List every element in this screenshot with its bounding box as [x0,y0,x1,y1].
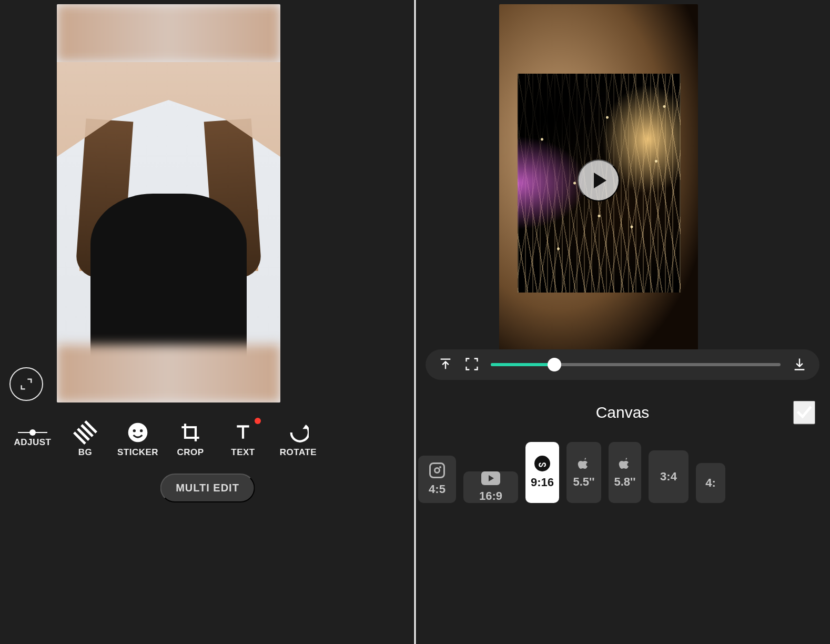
tool-adjust[interactable]: ADJUST [6,415,59,465]
tool-crop[interactable]: CROP [164,415,217,465]
right-editor-pane: Canvas 4:5 16:9 ᔕ 9:16 5.5'' [415,0,830,644]
canvas-blur-fill-top [57,4,280,62]
tool-sticker[interactable]: STICKER [112,415,164,465]
apple-icon [619,456,631,471]
fit-to-frame-button[interactable] [464,357,479,373]
ratio-label: 5.5'' [573,475,594,489]
svg-point-0 [128,422,148,442]
apple-icon [578,456,590,471]
multi-edit-button[interactable]: MULTI EDIT [160,474,255,502]
ratio-option-4-5[interactable]: 4:5 [418,456,456,503]
ratio-option-3-4[interactable]: 3:4 [649,450,689,503]
ratio-option-5-5-inch[interactable]: 5.5'' [566,442,601,503]
pane-divider [414,0,416,644]
instagram-icon [429,462,445,478]
left-editor-pane: ER ADJUST BG STICKER CROP TEXT [0,0,415,644]
sticker-smiley-icon [127,422,148,443]
ratio-option-9-16[interactable]: ᔕ 9:16 [525,442,559,503]
play-icon [594,173,606,188]
ratio-label: 9:16 [531,476,554,489]
rotate-icon [288,422,309,443]
play-button[interactable] [578,159,620,202]
tool-label: CROP [177,447,204,458]
tool-label: BG [78,447,93,458]
ratio-label: 4:5 [429,482,446,496]
youtube-icon [481,471,500,485]
tiktok-icon: ᔕ [534,456,550,471]
ratio-option-4-3[interactable]: 4: [696,463,725,503]
svg-point-2 [140,429,143,432]
tool-filter[interactable]: ER [0,415,6,465]
canvas-blur-fill-bottom [57,345,280,402]
zoom-slider-fill [491,363,554,366]
text-icon [232,422,254,443]
zoom-in-button[interactable] [792,357,807,373]
svg-point-1 [133,429,136,432]
tool-label: ROTATE [280,447,317,458]
tool-rotate[interactable]: ROTATE [269,415,327,465]
tool-label: STICKER [117,447,158,458]
checkmark-icon [794,402,814,422]
ratio-label: 4: [705,476,716,490]
section-header: Canvas [415,397,830,428]
ratio-option-16-9[interactable]: 16:9 [463,471,518,503]
expand-fullscreen-button[interactable] [9,367,43,401]
section-title: Canvas [596,404,650,421]
ratio-label: 16:9 [479,489,502,503]
ratio-option-5-8-inch[interactable]: 5.8'' [609,442,641,503]
arrow-expand-down-icon [792,357,807,371]
expand-icon [19,377,34,391]
fit-frame-icon [464,357,479,371]
canvas-ratio-row[interactable]: 4:5 16:9 ᔕ 9:16 5.5'' 5.8'' 3:4 4 [415,436,830,503]
ratio-label: 3:4 [660,470,677,484]
zoom-slider[interactable] [491,363,781,366]
tool-label: ADJUST [14,437,51,448]
arrow-collapse-up-icon [438,357,453,371]
tool-label: TEXT [231,447,255,458]
adjust-icon [18,432,47,433]
photo-canvas[interactable] [57,4,280,402]
editor-tool-row: ER ADJUST BG STICKER CROP TEXT [0,415,415,465]
ratio-label: 5.8'' [614,475,635,489]
crop-icon [180,422,201,443]
zoom-control-bar [426,349,819,380]
video-canvas[interactable] [499,4,698,357]
background-icon [70,417,100,447]
zoom-slider-thumb[interactable] [548,358,561,371]
new-feature-badge [255,418,261,424]
confirm-button[interactable] [793,401,815,425]
tool-text[interactable]: TEXT [217,415,269,465]
tool-background[interactable]: BG [59,415,112,465]
multi-edit-label: MULTI EDIT [176,482,239,494]
zoom-out-button[interactable] [438,357,453,373]
